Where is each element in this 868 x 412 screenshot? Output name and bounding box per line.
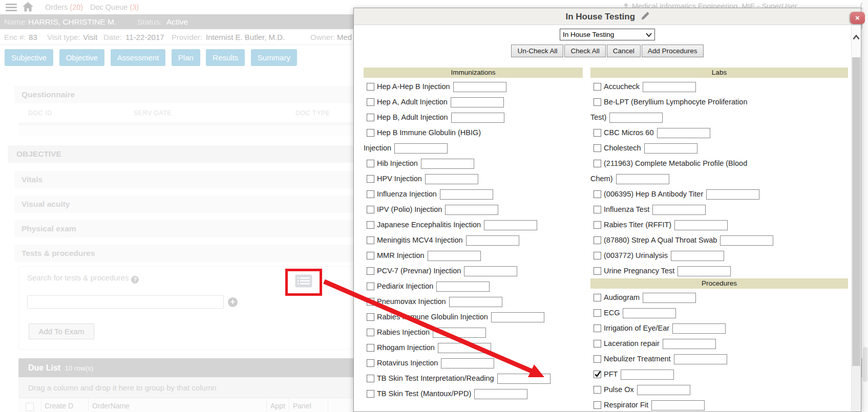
item-value-input[interactable] — [616, 174, 669, 184]
checkbox[interactable] — [594, 294, 601, 301]
item-value-input[interactable] — [644, 143, 697, 154]
checkbox[interactable] — [594, 144, 601, 152]
checkbox[interactable] — [594, 355, 601, 363]
item-value-input[interactable] — [674, 220, 728, 230]
checkbox[interactable] — [594, 401, 601, 409]
dialog-scrollbar[interactable] — [851, 26, 860, 411]
checkbox[interactable] — [367, 114, 374, 121]
item-value-input[interactable] — [453, 82, 506, 92]
checkbox[interactable] — [367, 313, 374, 321]
item-value-input[interactable] — [438, 343, 491, 353]
checkbox[interactable] — [594, 340, 601, 348]
checkbox[interactable] — [594, 252, 601, 259]
close-button[interactable]: × — [850, 12, 865, 24]
checkbox[interactable] — [594, 160, 601, 167]
item-value-input[interactable] — [428, 251, 481, 261]
checkbox[interactable] — [594, 267, 601, 275]
item-value-input[interactable] — [657, 128, 710, 138]
checkbox[interactable] — [594, 206, 601, 213]
uncheck-all-button[interactable]: Un-Check All — [511, 45, 563, 57]
item-value-input[interactable] — [425, 174, 478, 184]
item-value-input[interactable] — [451, 97, 504, 107]
item-value-input[interactable] — [451, 113, 504, 123]
item-value-input[interactable] — [623, 308, 676, 318]
checkbox[interactable] — [367, 160, 374, 167]
dialog-scrollbar-track[interactable] — [852, 366, 861, 411]
checkbox[interactable] — [367, 175, 374, 183]
checkbox[interactable] — [594, 324, 601, 332]
item-value-input[interactable] — [394, 143, 448, 154]
item-label: TB Skin Test (Mantoux/PPD) — [377, 389, 471, 398]
selected-option: In House Testing — [563, 31, 646, 38]
item-value-input[interactable] — [466, 235, 519, 246]
item-value-input[interactable] — [652, 205, 706, 215]
checkbox[interactable] — [367, 283, 374, 290]
checkbox[interactable] — [367, 190, 374, 198]
checkbox-checked[interactable] — [594, 371, 601, 378]
item-value-input[interactable] — [672, 323, 726, 334]
checkbox[interactable] — [594, 386, 601, 394]
item-value-input[interactable] — [433, 328, 486, 338]
item-value-input[interactable] — [441, 358, 494, 368]
item-value-input[interactable] — [671, 251, 724, 261]
checkbox[interactable] — [594, 309, 601, 317]
checkbox[interactable] — [367, 98, 374, 106]
checklist-item: TB Skin Test Interpretation/Reading — [364, 371, 583, 386]
check-all-button[interactable]: Check All — [564, 45, 605, 57]
cancel-button[interactable]: Cancel — [607, 45, 641, 57]
checkbox[interactable] — [367, 329, 374, 336]
item-value-input[interactable] — [445, 205, 498, 215]
item-value-input[interactable] — [637, 385, 690, 395]
item-value-input[interactable] — [497, 374, 551, 384]
dialog-scrollbar-thumb[interactable] — [852, 57, 860, 366]
item-value-input[interactable] — [609, 113, 663, 123]
checkbox[interactable] — [594, 190, 601, 198]
checkbox[interactable] — [367, 221, 374, 229]
item-label: Japanese Encephalitis Injection — [377, 221, 481, 229]
item-label: Pneumovax Injection — [377, 297, 446, 306]
checkbox[interactable] — [367, 267, 374, 275]
item-value-input[interactable] — [449, 297, 502, 307]
checkbox[interactable] — [594, 221, 601, 229]
checklist-item: (006395) Hep B Antibody Titer — [590, 186, 848, 202]
item-value-input[interactable] — [651, 400, 705, 410]
checklist-item: Rhogam Injection — [364, 340, 583, 355]
checklist-item: TB Skin Test (Mantoux/PPD) — [364, 386, 583, 401]
item-value-input[interactable] — [484, 220, 537, 230]
checkbox[interactable] — [367, 236, 374, 244]
item-value-input[interactable] — [621, 370, 674, 380]
checkbox[interactable] — [594, 129, 601, 137]
edit-pencil-icon[interactable] — [638, 13, 649, 22]
item-value-input[interactable] — [421, 159, 474, 169]
item-value-input[interactable] — [663, 339, 716, 349]
item-value-input[interactable] — [678, 266, 731, 276]
checkbox[interactable] — [367, 206, 374, 213]
checkbox[interactable] — [367, 252, 374, 259]
item-value-input[interactable] — [643, 82, 696, 92]
checkbox[interactable] — [367, 375, 374, 382]
item-value-input[interactable] — [720, 235, 773, 246]
item-label: PCV-7 (Prevnar) Injection — [377, 267, 461, 275]
checkbox[interactable] — [367, 390, 374, 398]
item-value-input[interactable] — [491, 312, 544, 322]
dialog-header[interactable]: In House Testing × — [354, 8, 861, 25]
item-value-input[interactable] — [674, 354, 727, 364]
item-value-input[interactable] — [643, 293, 696, 303]
item-value-input[interactable] — [436, 281, 490, 292]
checkbox[interactable] — [594, 83, 601, 91]
checkbox[interactable] — [367, 129, 374, 137]
item-value-input[interactable] — [706, 189, 759, 200]
checkbox[interactable] — [594, 98, 601, 106]
item-value-input[interactable] — [474, 389, 527, 399]
item-value-input[interactable] — [440, 189, 493, 200]
checkbox[interactable] — [367, 344, 374, 352]
checklist-select[interactable]: In House Testing — [560, 29, 655, 40]
add-procedures-button[interactable]: Add Procedures — [642, 45, 704, 57]
checkbox[interactable] — [367, 359, 374, 367]
item-value-input[interactable] — [464, 266, 517, 276]
checkbox[interactable] — [367, 298, 374, 306]
checkbox[interactable] — [367, 83, 374, 91]
scroll-up-icon[interactable] — [853, 33, 860, 40]
checkbox[interactable] — [594, 236, 601, 244]
item-label: ECG — [604, 309, 620, 317]
